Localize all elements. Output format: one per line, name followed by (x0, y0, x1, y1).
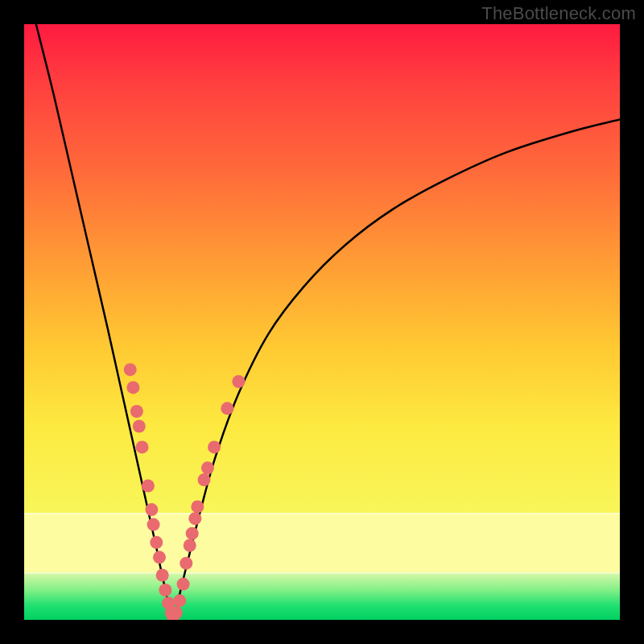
sample-point (159, 584, 171, 597)
sample-point (126, 381, 139, 394)
sample-point (208, 440, 221, 453)
watermark-text: TheBottleneck.com (481, 3, 636, 24)
plot-area (24, 24, 620, 620)
sample-point (221, 402, 233, 415)
sample-point (186, 527, 199, 540)
sample-point (142, 480, 155, 493)
sample-point (232, 375, 245, 388)
sample-point (188, 512, 201, 525)
sample-point (170, 606, 183, 619)
sample-point (147, 518, 160, 531)
sample-point (153, 551, 166, 564)
sample-point (136, 440, 149, 453)
chart-svg (24, 24, 620, 620)
sample-point (145, 503, 158, 516)
sample-point (197, 473, 210, 486)
sample-point (156, 569, 169, 582)
sample-point (173, 594, 186, 607)
sample-point (133, 420, 146, 433)
sample-point (124, 363, 137, 376)
sample-point (130, 405, 143, 418)
sample-point (191, 500, 204, 513)
sample-point (184, 539, 196, 552)
sample-point (201, 461, 214, 474)
sample-point (150, 536, 163, 549)
chart-frame: TheBottleneck.com (0, 0, 644, 644)
sample-points-group (124, 363, 246, 620)
sample-point (180, 557, 192, 570)
bottleneck-curve (36, 24, 620, 617)
sample-point (177, 578, 190, 591)
